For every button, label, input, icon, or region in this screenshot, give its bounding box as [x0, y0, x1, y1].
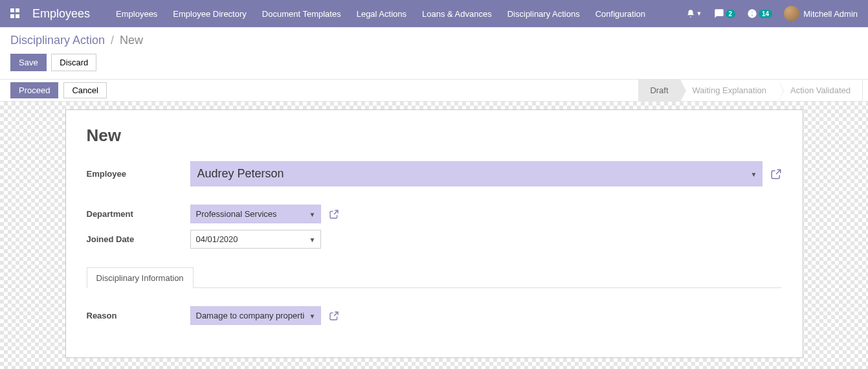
top-nav: Employees Employees Employee Directory D…	[0, 0, 868, 27]
menu-item-employees[interactable]: Employees	[116, 9, 157, 19]
field-joined-date: ▼	[190, 230, 782, 249]
user-name: Mitchell Admin	[803, 9, 858, 19]
form-sheet: New Employee ▼ Department ▼	[65, 109, 803, 358]
row-employee: Employee ▼	[87, 161, 782, 186]
activities-badge: 14	[759, 10, 772, 18]
external-link-icon[interactable]	[329, 209, 339, 219]
external-link-icon[interactable]	[329, 311, 339, 321]
reason-input[interactable]	[190, 306, 321, 325]
statusbar: Proceed Cancel Draft Waiting Explanation…	[0, 80, 868, 102]
stage-draft[interactable]: Draft	[638, 80, 680, 101]
form-tabs: Disciplinary Information	[87, 267, 782, 288]
department-select[interactable]: ▼	[190, 205, 321, 223]
label-department: Department	[87, 209, 190, 219]
employee-select[interactable]: ▼	[190, 161, 762, 186]
notifications-icon[interactable]: ▼	[686, 9, 702, 18]
menu-item-doctemplates[interactable]: Document Templates	[262, 9, 341, 19]
breadcrumb-sep: /	[111, 34, 114, 47]
tab-content: Reason ▼	[87, 288, 782, 325]
menu-item-directory[interactable]: Employee Directory	[173, 9, 246, 19]
activities-icon[interactable]: 14	[747, 8, 772, 19]
content-wrap: New Employee ▼ Department ▼	[0, 102, 868, 369]
messages-icon[interactable]: 2	[714, 8, 736, 19]
toolbar-area: Disciplinary Action / New Save Discard	[0, 27, 868, 80]
breadcrumb-current: New	[120, 34, 143, 47]
avatar	[784, 6, 799, 21]
messages-badge: 2	[726, 10, 736, 18]
apps-icon[interactable]	[10, 8, 21, 19]
discard-button[interactable]: Discard	[51, 54, 96, 71]
menu-item-config[interactable]: Configuration	[595, 9, 645, 19]
app-brand: Employees	[32, 7, 90, 21]
row-department: Department ▼	[87, 205, 782, 223]
cancel-button[interactable]: Cancel	[63, 82, 106, 98]
row-joined-date: Joined Date ▼	[87, 230, 782, 249]
main-menu: Employees Employee Directory Document Te…	[116, 9, 686, 19]
reason-select[interactable]: ▼	[190, 306, 321, 325]
label-reason: Reason	[87, 311, 190, 320]
field-department: ▼	[190, 205, 782, 223]
page-title: New	[87, 126, 782, 146]
breadcrumb-parent[interactable]: Disciplinary Action	[10, 34, 105, 47]
save-button[interactable]: Save	[10, 54, 47, 71]
breadcrumb: Disciplinary Action / New	[10, 34, 858, 47]
proceed-button[interactable]: Proceed	[10, 82, 58, 98]
label-joined-date: Joined Date	[87, 234, 190, 244]
employee-input[interactable]	[190, 161, 762, 186]
joined-date-input[interactable]	[190, 230, 321, 249]
label-employee: Employee	[87, 169, 190, 179]
external-link-icon[interactable]	[770, 168, 782, 180]
menu-item-legal[interactable]: Legal Actions	[357, 9, 406, 19]
row-reason: Reason ▼	[87, 306, 782, 325]
user-menu[interactable]: Mitchell Admin	[784, 6, 858, 21]
department-input[interactable]	[190, 205, 321, 223]
nav-right: ▼ 2 14 Mitchell Admin	[686, 6, 858, 21]
stage-waiting[interactable]: Waiting Explanation	[681, 80, 779, 101]
joined-date-picker[interactable]: ▼	[190, 230, 321, 249]
tab-disciplinary-info[interactable]: Disciplinary Information	[87, 267, 194, 288]
statusbar-buttons: Proceed Cancel	[5, 82, 109, 98]
menu-item-disciplinary[interactable]: Disciplinary Actions	[507, 9, 580, 19]
field-reason: ▼	[190, 306, 782, 325]
menu-item-loans[interactable]: Loans & Advances	[422, 9, 492, 19]
status-stages: Draft Waiting Explanation Action Validat…	[638, 80, 863, 101]
stage-validated[interactable]: Action Validated	[779, 80, 863, 101]
field-employee: ▼	[190, 161, 782, 186]
